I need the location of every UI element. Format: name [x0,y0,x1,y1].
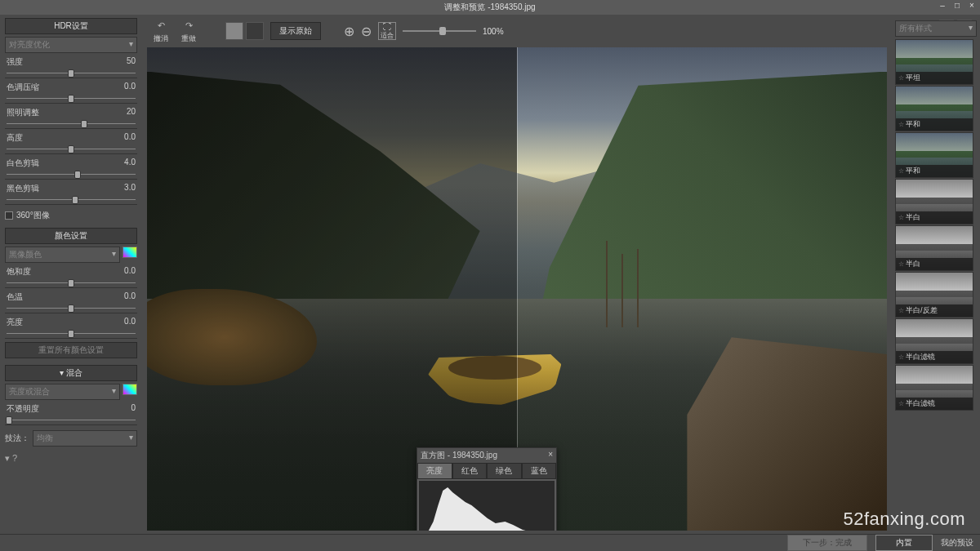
histogram-chart [419,481,555,531]
hdr-slider-4: 白色剪辑4.0 [5,158,137,180]
fit-button[interactable]: ⛶ 适合 [378,22,396,40]
checkbox-360[interactable]: 360°图像 [5,210,137,221]
histogram-close-icon[interactable]: × [548,450,553,461]
hdr-slider-3: 高度0.0 [5,132,137,154]
undo-button[interactable]: ↶ 撤消 [150,16,172,46]
method-dropdown[interactable]: 均衡 [33,430,137,447]
star-icon[interactable]: ☆ [898,167,904,175]
histogram-tab-亮度[interactable]: 亮度 [417,463,452,479]
method-label: 技法： [5,433,29,444]
builtin-button[interactable]: 内置 [875,535,933,551]
preset-thumb[interactable]: ☆半白滤镜 [895,365,973,411]
preset-thumb[interactable]: ☆平和 [895,132,973,178]
compare-right-icon[interactable] [246,22,264,40]
blend-section: ▾混合 亮度或混合 不透明度0 技法： 均衡 [5,365,137,447]
star-icon[interactable]: ☆ [898,121,904,128]
center-area: ↶ 撤消 ↷ 重做 显示原始 ⊕ ⊖ ⛶ 适合 100% [142,15,892,534]
hdr-slider-2: 照明调整20 [5,107,137,129]
reset-color-button[interactable]: 重置所有颜色设置 [5,342,137,358]
opacity-slider[interactable] [5,415,137,425]
titlebar: 调整和预览 -1984350.jpg – □ × [0,0,980,15]
footer: 下一步：完成 内置 我的预设 [0,534,980,551]
window-title: 调整和预览 -1984350.jpg [444,2,535,13]
slider[interactable] [5,329,137,339]
slider[interactable] [5,278,137,288]
undo-icon: ↶ [154,18,168,33]
zoom-slider[interactable] [403,30,476,32]
color-dropdown[interactable]: 黑像颜色 [5,247,120,263]
fit-icon: ⛶ [383,22,391,31]
maximize-icon[interactable]: □ [952,1,962,10]
redo-button[interactable]: ↷ 重做 [178,16,199,46]
histogram-title: 直方图 - 1984350.jpg [421,450,497,461]
slider[interactable] [5,69,137,78]
slider[interactable] [5,94,137,104]
slider[interactable] [5,170,137,180]
toolbar: ↶ 撤消 ↷ 重做 显示原始 ⊕ ⊖ ⛶ 适合 100% [142,15,892,47]
blend-header[interactable]: ▾混合 [5,365,137,381]
preset-thumb[interactable]: ☆平坦 [895,39,973,85]
hdr-slider-1: 色调压缩0.0 [5,82,137,104]
color-slider-2: 亮度0.0 [5,317,137,339]
preset-thumb[interactable]: ☆半白 [895,225,973,271]
color-slider-0: 饱和度0.0 [5,266,137,288]
compare-toggle[interactable] [225,22,264,40]
next-button[interactable]: 下一步：完成 [787,535,867,551]
star-icon[interactable]: ☆ [898,353,904,361]
slider[interactable] [5,144,137,154]
show-original-button[interactable]: 显示原始 [270,22,321,40]
slider[interactable] [5,304,137,313]
zoom-in-icon[interactable]: ⊕ [344,24,354,39]
star-icon[interactable]: ☆ [898,307,904,314]
hdr-preset-dropdown[interactable]: 对亮度优化 [5,37,137,53]
color-header: 颜色设置 [5,228,137,244]
checkbox-icon[interactable] [5,211,13,220]
hdr-section: HDR设置 对亮度优化 强度50色调压缩0.0照明调整20高度0.0白色剪辑4.… [5,18,137,221]
hdr-slider-5: 黑色剪辑3.0 [5,183,137,205]
presets-panel: 所有样式 ☆平坦☆平和☆平和☆半白☆半白☆半白/反差☆半白滤镜☆半白滤镜 [892,15,980,534]
star-icon[interactable]: ☆ [898,400,904,407]
color-section: 颜色设置 黑像颜色 饱和度0.0色温0.0亮度0.0 重置所有颜色设置 [5,228,137,358]
color-slider-1: 色温0.0 [5,291,137,313]
help-button[interactable]: ▾ ? [5,453,137,464]
opacity-slider-row: 不透明度0 [5,403,137,425]
minimize-icon[interactable]: – [938,1,947,10]
histogram-tab-蓝色[interactable]: 蓝色 [522,463,557,479]
preset-thumb[interactable]: ☆半白/反差 [895,272,973,318]
zoom-out-icon[interactable]: ⊖ [361,24,372,39]
slider[interactable] [5,119,137,129]
star-icon[interactable]: ☆ [898,214,904,221]
close-icon[interactable]: × [967,1,977,10]
histogram-dialog[interactable]: 直方图 - 1984350.jpg × 亮度红色绿色蓝色 水平：155 计数：3… [416,447,557,531]
star-icon[interactable]: ☆ [898,260,904,268]
histogram-tab-绿色[interactable]: 绿色 [487,463,522,479]
star-icon[interactable]: ☆ [898,74,904,82]
watermark: 52fanxing.com [843,509,965,530]
preset-thumb[interactable]: ☆半白滤镜 [895,318,973,364]
blend-dropdown[interactable]: 亮度或混合 [5,384,120,400]
compare-left-icon[interactable] [225,22,243,40]
preset-thumb[interactable]: ☆平和 [895,86,973,131]
my-presets-link[interactable]: 我的预设 [941,537,973,549]
zoom-percent: 100% [483,27,504,36]
preset-thumb[interactable]: ☆半白 [895,179,973,224]
hdr-header: HDR设置 [5,18,137,34]
preview-canvas[interactable]: 直方图 - 1984350.jpg × 亮度红色绿色蓝色 水平：155 计数：3… [147,47,887,531]
redo-icon: ↷ [181,18,196,33]
hdr-slider-0: 强度50 [5,56,137,78]
histogram-tab-红色[interactable]: 红色 [452,463,488,479]
blend-picker-icon[interactable] [122,384,137,395]
presets-dropdown[interactable]: 所有样式 [895,20,977,37]
left-panel: HDR设置 对亮度优化 强度50色调压缩0.0照明调整20高度0.0白色剪辑4.… [0,15,142,534]
slider[interactable] [5,195,137,205]
color-picker-icon[interactable] [122,247,137,258]
